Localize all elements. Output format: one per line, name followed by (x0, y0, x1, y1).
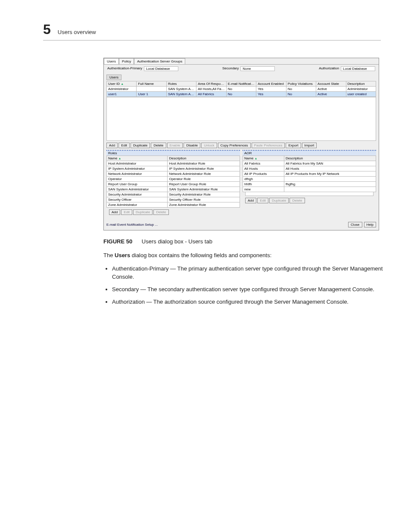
table-row[interactable]: SAN System AdministratorSAN System Admin… (107, 187, 240, 192)
roles-button-row: AddEditDuplicateDelete (106, 208, 240, 217)
edit-button: Edit (121, 209, 132, 215)
dialog-tabs: Users Policy Authentication Server Group… (104, 58, 379, 65)
delete-button: Delete (153, 209, 168, 215)
figure-caption: FIGURE 50 Users dialog box - Users tab (103, 238, 381, 245)
chapter-title: Users overview (58, 29, 96, 35)
edit-button[interactable]: Edit (118, 143, 130, 148)
aor-button-row: AddEditDuplicateDelete (243, 196, 376, 205)
duplicate-button: Duplicate (269, 198, 289, 203)
delete-button[interactable]: Delete (151, 143, 166, 148)
table-row[interactable]: IP System AdministratorIP System Adminis… (107, 166, 240, 171)
table-row[interactable]: All FabricsAll Fabrics from My SAN (243, 161, 376, 166)
duplicate-button: Duplicate (133, 209, 153, 215)
duplicate-button[interactable]: Duplicate (131, 143, 150, 148)
paste-preferences-button: Paste Preferences (252, 143, 285, 148)
aor-table[interactable]: Name ▲ Description All FabricsAll Fabric… (243, 156, 376, 192)
auth-authorization-label: Authorization (319, 66, 339, 71)
users-table-header: User ID ▲ Full Name Roles Area Of Respon… (107, 81, 376, 87)
roles-panel-title: Roles (106, 151, 240, 156)
list-item: Secondary — The secondary authentication… (112, 286, 388, 294)
sort-asc-icon: ▲ (255, 157, 258, 160)
table-row[interactable]: Network AdministratorNetwork Administrat… (107, 171, 240, 177)
edit-button: Edit (257, 198, 268, 203)
table-row[interactable]: user1User 1SAN System Adm...All FabricsN… (107, 92, 376, 97)
roles-table[interactable]: Name ▲ Description Host AdministratorHos… (106, 156, 240, 208)
chapter-number: 5 (43, 22, 51, 37)
users-table[interactable]: User ID ▲ Full Name Roles Area Of Respon… (106, 81, 376, 97)
users-dialog: Users Policy Authentication Server Group… (103, 58, 379, 230)
table-row[interactable]: All IP ProductsAll IP Products from My I… (243, 171, 376, 177)
email-setup-link[interactable]: E-mail Event Notification Setup ... (106, 223, 158, 227)
table-row[interactable]: new (243, 187, 376, 192)
disable-button[interactable]: Disable (184, 143, 200, 148)
table-row[interactable]: Host AdministratorHost Administrator Rol… (107, 161, 240, 166)
table-row[interactable]: All HostsAll Hosts (243, 166, 376, 171)
tab-policy[interactable]: Policy (119, 58, 134, 64)
roles-panel: Roles Name ▲ Description Host Administra… (106, 150, 240, 217)
tab-auth-server-groups[interactable]: Authentication Server Groups (134, 58, 185, 64)
auth-row: Authentication-Primary Local Database Se… (104, 65, 379, 73)
table-row[interactable]: Zone AdministratorZone Administrator Rol… (107, 202, 240, 208)
intro-paragraph: The Users dialog box contains the follow… (103, 252, 379, 259)
users-button-row: AddEditDuplicateDeleteEnableDisableUnloc… (104, 141, 379, 150)
table-row[interactable]: Report User GroupReport User Group Role (107, 182, 240, 187)
sort-asc-icon: ▲ (121, 82, 124, 85)
delete-button: Delete (290, 198, 305, 203)
figure-caption-text: Users dialog box - Users tab (142, 238, 212, 245)
users-section-label: Users (106, 75, 121, 80)
aor-panel: AOR Name ▲ Description All FabricsAll Fa… (243, 150, 376, 217)
auth-primary-label: Authentication-Primary (107, 66, 142, 71)
table-row[interactable]: dfhgh (243, 177, 376, 182)
add-button[interactable]: Add (109, 209, 120, 215)
tab-users[interactable]: Users (104, 58, 119, 64)
table-row[interactable]: Security OfficerSecurity Officer Role (107, 197, 240, 202)
auth-primary-value: Local Database (144, 66, 178, 71)
page-header: 5 Users overview (43, 22, 381, 40)
add-button[interactable]: Add (106, 143, 118, 148)
auth-authorization-value: Local Database (341, 66, 375, 71)
figure-label: FIGURE 50 (103, 238, 132, 245)
table-row[interactable]: AdministratorSAN System Adm...All Hosts,… (107, 87, 376, 92)
auth-secondary-label: Secondary (222, 66, 239, 71)
export-button[interactable]: Export (286, 143, 301, 148)
list-item: Authentication-Primary — The primary aut… (112, 265, 388, 281)
enable-button: Enable (167, 143, 183, 148)
unlock-button: Unlock (201, 143, 217, 148)
aor-panel-title: AOR (243, 151, 376, 156)
copy-preferences-button[interactable]: Copy Preferences (218, 143, 251, 148)
import-button[interactable]: Import (302, 143, 317, 148)
bullet-list: Authentication-Primary — The primary aut… (103, 265, 388, 306)
close-button[interactable]: Close (348, 222, 362, 227)
dialog-footer: E-mail Event Notification Setup ... Clos… (104, 219, 379, 230)
list-item: Authorization — The authorization source… (112, 298, 388, 306)
table-row[interactable]: hfdfhfhgfhg (243, 182, 376, 187)
help-button[interactable]: Help (364, 222, 376, 227)
sort-asc-icon: ▲ (118, 157, 121, 160)
add-button[interactable]: Add (245, 198, 256, 203)
users-table-empty-area (106, 97, 376, 141)
table-row[interactable]: OperatorOperator Role (107, 177, 240, 182)
table-row[interactable]: Security AdministratorSecurity Administr… (107, 192, 240, 197)
auth-secondary-value: None (240, 66, 275, 71)
